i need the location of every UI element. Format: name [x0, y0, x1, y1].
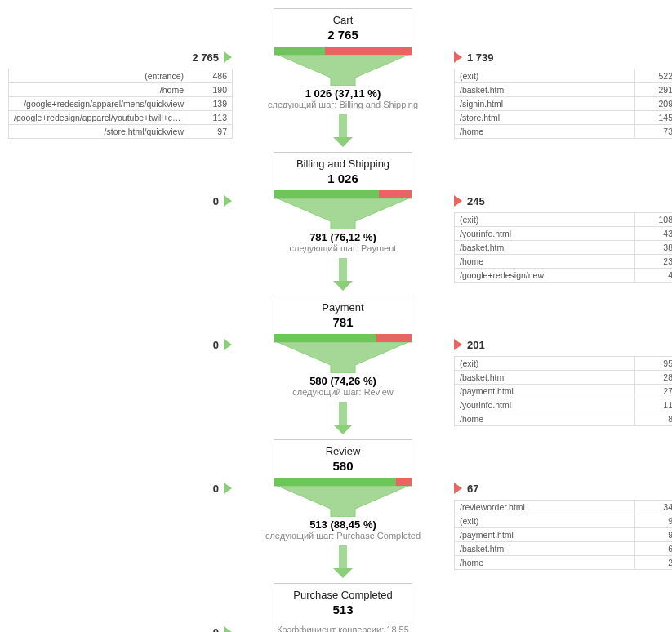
exit-count-line: 245 — [454, 193, 672, 209]
continue-label: 1 026 (37,11 %)следующий шаг: Billing an… — [268, 87, 418, 109]
exit-arrow-icon — [454, 339, 462, 350]
table-cell-count: 108 — [635, 213, 673, 227]
entry-count-line: 2 765 — [8, 49, 232, 65]
table-cell-count: 11 — [635, 398, 673, 412]
next-step-label: следующий шаг: Billing and Shipping — [268, 100, 418, 109]
table-cell-name: /signin.html — [455, 97, 635, 111]
table-cell-name: /basket.html — [455, 542, 635, 556]
table-cell-count: 23 — [635, 255, 673, 269]
svg-marker-8 — [333, 425, 353, 434]
continue-pct: (74,26 %) — [330, 375, 376, 387]
table-row: /basket.html38 — [455, 241, 673, 255]
funnel-step-1: 0Billing and Shipping1 026781 (76,12 %)с… — [8, 152, 672, 296]
table-cell-count: 486 — [189, 69, 233, 83]
exit-arrow-icon — [454, 195, 462, 207]
exit-count: 1 739 — [467, 51, 494, 64]
continue-label: 513 (88,45 %)следующий шаг: Purchase Com… — [265, 519, 421, 541]
step-value: 580 — [274, 459, 412, 473]
table-cell-name: /google+redesign/apparel/youtube+twill+c… — [9, 111, 189, 125]
funnel-icon — [274, 486, 412, 517]
step-box[interactable]: Payment781 — [274, 296, 412, 343]
continue-pct: (37,11 %) — [335, 87, 381, 100]
table-row: /home23 — [455, 255, 673, 269]
step-title: Review — [274, 445, 412, 457]
left-panel: 2 765(entrance)486/home190/google+redesi… — [8, 8, 237, 139]
right-drop-table: (exit)95/basket.html28/payment.html27/yo… — [454, 356, 672, 426]
table-cell-count: 522 — [635, 69, 673, 83]
table-cell-count: 209 — [635, 97, 673, 111]
table-cell-count: 28 — [635, 371, 673, 385]
table-row: /basket.html6 — [455, 542, 673, 556]
table-cell-count: 9 — [635, 514, 673, 528]
center-panel: Purchase Completed513Коэффициент конверс… — [237, 583, 449, 632]
exit-count: 245 — [467, 195, 485, 207]
table-cell-name: /store.html/quickview — [9, 125, 189, 139]
right-drop-table: /revieworder.html34(exit)9/payment.html9… — [454, 500, 672, 570]
entry-count-line: 0 — [8, 624, 232, 632]
table-row: /yourinfo.html11 — [455, 398, 673, 412]
entry-arrow-icon — [224, 626, 232, 632]
step-progress-bar — [274, 334, 412, 342]
table-cell-name: (exit) — [455, 69, 635, 83]
table-row: /store.html/quickview97 — [9, 125, 233, 139]
table-cell-name: /home — [455, 556, 635, 570]
table-cell-count: 9 — [635, 528, 673, 542]
table-cell-name: /store.html — [455, 111, 635, 125]
table-row: (entrance)486 — [9, 69, 233, 83]
table-row: /payment.html9 — [455, 528, 673, 542]
table-row: /yourinfo.html43 — [455, 227, 673, 241]
step-progress-bar — [274, 190, 412, 198]
table-cell-name: /yourinfo.html — [455, 398, 635, 412]
right-panel: 245(exit)108/yourinfo.html43/basket.html… — [449, 152, 672, 283]
continue-value: 580 — [309, 375, 327, 387]
entry-arrow-icon — [224, 339, 232, 350]
table-cell-count: 190 — [189, 83, 233, 97]
down-arrow-icon — [331, 114, 355, 147]
exit-count-line: 201 — [454, 336, 672, 353]
table-cell-count: 27 — [635, 385, 673, 398]
table-row: /home73 — [455, 125, 673, 139]
svg-marker-2 — [333, 137, 353, 147]
step-box[interactable]: Cart2 765 — [274, 8, 412, 56]
step-title: Purchase Completed — [274, 589, 412, 601]
next-step-label: следующий шаг: Payment — [290, 243, 397, 253]
right-panel: 201(exit)95/basket.html28/payment.html27… — [449, 296, 672, 426]
left-panel: 0 — [8, 152, 237, 209]
entry-count: 0 — [213, 339, 219, 351]
table-row: /signin.html209 — [455, 97, 673, 111]
exit-arrow-icon — [454, 483, 462, 494]
step-value: 1 026 — [274, 171, 412, 185]
funnel-step-2: 0Payment781580 (74,26 %)следующий шаг: R… — [8, 296, 672, 439]
next-step-label: следующий шаг: Purchase Completed — [265, 531, 421, 541]
progress-red — [376, 334, 412, 342]
table-cell-count: 97 — [189, 125, 233, 139]
step-title: Payment — [274, 301, 412, 314]
progress-green — [274, 47, 325, 55]
step-box[interactable]: Billing and Shipping1 026 — [274, 152, 412, 199]
table-cell-count: 145 — [635, 111, 673, 125]
left-panel: 0 — [8, 583, 237, 632]
step-box[interactable]: Review580 — [274, 439, 412, 487]
exit-count: 67 — [467, 483, 478, 495]
step-value: 513 — [274, 603, 412, 616]
table-row: (exit)95 — [455, 357, 673, 371]
conversion-rate-label: Коэффициент конверсии: 18,55 % — [274, 621, 412, 632]
step-value: 2 765 — [274, 28, 412, 42]
table-row: /google+redesign/new4 — [455, 269, 673, 283]
svg-rect-4 — [339, 258, 347, 281]
table-cell-name: /basket.html — [455, 241, 635, 255]
entry-arrow-icon — [224, 51, 232, 63]
entry-arrow-icon — [224, 483, 232, 494]
entry-count-line: 0 — [8, 336, 232, 353]
next-step-label: следующий шаг: Review — [292, 387, 394, 397]
entry-count: 0 — [213, 483, 219, 495]
step-box[interactable]: Purchase Completed513Коэффициент конверс… — [274, 583, 412, 632]
table-cell-count: 6 — [635, 542, 673, 556]
table-cell-count: 2 — [635, 556, 673, 570]
continue-pct: (76,12 %) — [330, 231, 376, 243]
exit-count-line: 1 739 — [454, 49, 672, 65]
center-panel: Cart2 7651 026 (37,11 %)следующий шаг: B… — [237, 8, 449, 152]
down-arrow-icon — [331, 402, 355, 434]
table-cell-name: /home — [9, 83, 189, 97]
continue-pct: (88,45 %) — [330, 519, 376, 531]
